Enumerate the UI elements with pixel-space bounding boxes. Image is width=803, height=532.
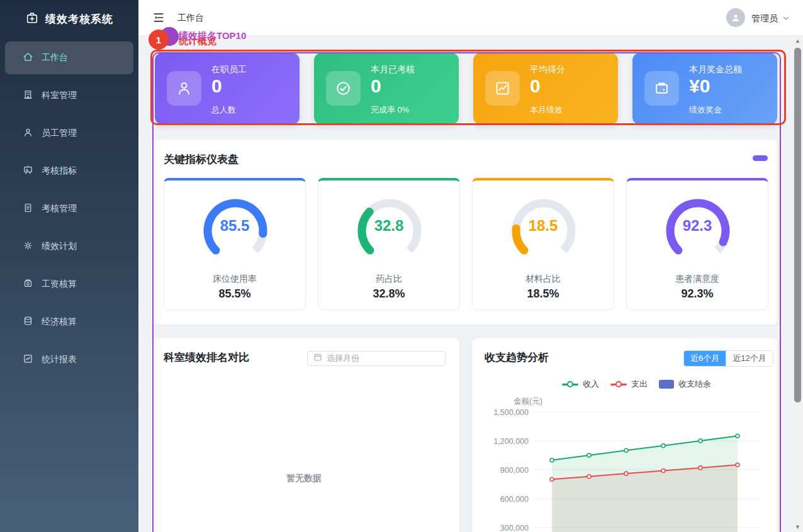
- salary-card-icon: [23, 278, 33, 291]
- sidebar-item-salary[interactable]: 工资核算: [5, 272, 133, 297]
- gauge-percent: 92.3%: [627, 287, 768, 301]
- gauge-card-bed-usage: 85.5 床位使用率 85.5%: [164, 178, 306, 310]
- gauge-label: 材料占比: [473, 274, 614, 285]
- empty-data-text: 暂无数据: [286, 473, 322, 484]
- chevron-down-icon[interactable]: [782, 14, 790, 25]
- app-logo: 绩效考核系统: [0, 0, 138, 38]
- range-toggle-group: 近6个月 近12个月: [683, 350, 773, 367]
- avatar[interactable]: [726, 8, 745, 27]
- user-name[interactable]: 管理员: [751, 13, 778, 25]
- sidebar-item-label: 绩效计划: [42, 241, 77, 252]
- sidebar-item-kpi[interactable]: 考核指标: [5, 158, 133, 184]
- breadcrumb: 工作台: [177, 13, 204, 24]
- gauge-value: 92.3: [627, 217, 768, 235]
- gear-icon: [23, 240, 33, 253]
- sidebar-item-label: 员工管理: [42, 128, 77, 139]
- gauge-card-material-ratio: 18.5 材料占比 18.5%: [472, 178, 614, 310]
- trend-title: 收支趋势分析: [485, 350, 549, 365]
- range-button-12m[interactable]: 近12个月: [726, 351, 772, 366]
- gauge-value: 85.5: [164, 217, 305, 235]
- ranking-panel: [151, 338, 459, 532]
- sidebar: 绩效考核系统 工作台 科室管理 员工管理 考核指标 考核管理 绩效计划 工资核算…: [0, 0, 138, 532]
- document-icon: [23, 202, 33, 215]
- chart-legend: 收入 支出 收支结余: [562, 379, 711, 390]
- gauge-percent: 18.5%: [473, 287, 614, 301]
- check-circle-icon: [326, 71, 361, 106]
- user-icon: [167, 71, 201, 106]
- trend-line-chart: 金额(元)1,500,0001,200,000900,000600,000300…: [477, 395, 778, 532]
- gauge-percent: 32.8%: [318, 287, 459, 301]
- stat-value: 0: [371, 75, 381, 97]
- sidebar-item-label: 工资核算: [42, 279, 77, 290]
- user-icon: [23, 127, 33, 140]
- stat-value: ¥0: [689, 75, 710, 97]
- svg-text:300,000: 300,000: [500, 524, 529, 532]
- stat-subtitle: 绩效奖金: [689, 104, 722, 116]
- legend-label: 支出: [631, 379, 648, 390]
- stat-value: 0: [211, 75, 222, 97]
- presentation-board-icon: [23, 165, 33, 177]
- scroll-up-icon[interactable]: ▲: [792, 38, 803, 44]
- legend-item-balance[interactable]: 收支结余: [659, 379, 711, 390]
- sidebar-fold-icon[interactable]: [152, 11, 165, 26]
- calendar-icon: [313, 353, 322, 364]
- gauge-value: 18.5: [473, 217, 614, 235]
- stat-subtitle: 总人数: [211, 104, 236, 116]
- sidebar-item-economy[interactable]: 经济核算: [5, 309, 133, 335]
- sidebar-item-label: 经济核算: [42, 316, 77, 328]
- stat-value: 0: [530, 75, 541, 97]
- sidebar-item-assessment[interactable]: 考核管理: [5, 196, 133, 221]
- scrollbar-thumb[interactable]: [794, 48, 801, 402]
- stat-card-bonus-total: 本月奖金总额 ¥0 绩效奖金: [632, 53, 777, 125]
- app-title: 绩效考核系统: [45, 12, 113, 26]
- scroll-down-icon[interactable]: ▼: [792, 524, 803, 530]
- stat-subtitle: 完成率 0%: [371, 104, 409, 116]
- sidebar-item-label: 工作台: [42, 52, 68, 64]
- stat-title: 本月奖金总额: [689, 64, 742, 75]
- gauge-card-drug-ratio: 32.8 药占比 32.8%: [318, 178, 460, 310]
- stat-card-average-score: 平均得分 0 本月绩效: [473, 53, 618, 125]
- stat-title: 本月已考核: [371, 64, 415, 75]
- sidebar-item-plan[interactable]: 绩效计划: [5, 234, 133, 259]
- svg-text:1,500,000: 1,500,000: [493, 408, 529, 417]
- legend-label: 收入: [583, 379, 599, 390]
- stat-title: 在职员工: [211, 64, 247, 75]
- trend-chart-icon: [485, 71, 520, 106]
- wallet-icon: [644, 71, 679, 106]
- gauge-label: 患者满意度: [627, 274, 768, 285]
- month-picker-placeholder: 选择月份: [327, 353, 359, 364]
- top-header: [138, 0, 803, 36]
- svg-text:金额(元): 金额(元): [514, 397, 542, 406]
- line-marker-icon: [562, 384, 578, 385]
- gauge-percent: 85.5%: [164, 287, 305, 301]
- svg-text:900,000: 900,000: [500, 466, 529, 475]
- legend-label: 收支结余: [678, 379, 711, 390]
- sidebar-item-label: 考核指标: [42, 165, 77, 177]
- building-icon: [23, 89, 33, 102]
- sidebar-item-workbench[interactable]: 工作台: [5, 42, 133, 74]
- stat-card-assessed: 本月已考核 0 完成率 0%: [314, 53, 459, 125]
- sidebar-item-reports[interactable]: 统计报表: [5, 347, 133, 372]
- stat-card-employees: 在职员工 0 总人数: [155, 53, 300, 125]
- sidebar-item-employees[interactable]: 员工管理: [5, 121, 133, 146]
- gauge-value: 32.8: [318, 217, 459, 235]
- collapse-pill[interactable]: [753, 155, 768, 161]
- database-icon: [23, 316, 33, 328]
- sidebar-item-departments[interactable]: 科室管理: [5, 83, 133, 108]
- gauge-label: 药占比: [318, 274, 459, 285]
- sidebar-item-label: 科室管理: [42, 90, 77, 101]
- range-button-6m[interactable]: 近6个月: [684, 351, 726, 366]
- stat-title: 平均得分: [530, 64, 565, 75]
- briefcase-plus-icon: [25, 11, 39, 27]
- legend-item-income[interactable]: 收入: [562, 379, 599, 390]
- ranking-title: 科室绩效排名对比: [164, 350, 249, 365]
- line-marker-icon: [610, 384, 627, 385]
- stat-subtitle: 本月绩效: [530, 104, 563, 116]
- sidebar-item-label: 统计报表: [42, 354, 77, 365]
- month-picker-input[interactable]: 选择月份: [307, 351, 446, 366]
- kpi-panel-title: 关键指标仪表盘: [164, 152, 239, 167]
- legend-item-expense[interactable]: 支出: [610, 379, 648, 390]
- svg-text:600,000: 600,000: [500, 495, 529, 504]
- home-icon: [23, 52, 33, 64]
- chart-report-icon: [23, 353, 33, 366]
